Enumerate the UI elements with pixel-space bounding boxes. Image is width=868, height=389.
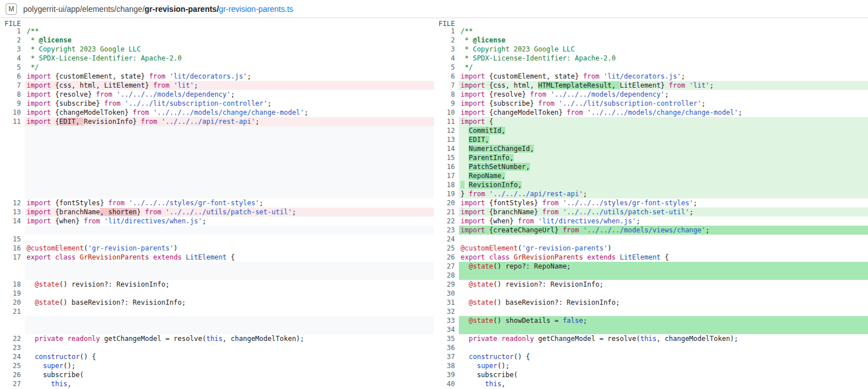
diff-row: 1930 — [0, 289, 868, 298]
line-number-right[interactable]: 30 — [434, 289, 459, 298]
line-number-right[interactable]: 17 — [434, 171, 459, 180]
line-number-right[interactable]: 40 — [434, 379, 459, 388]
line-number-left[interactable]: 17 — [0, 253, 25, 262]
line-number-left[interactable]: 13 — [0, 208, 25, 217]
diff-row: 18 RevisionInfo, — [0, 180, 868, 189]
line-number-right[interactable]: 38 — [434, 361, 459, 370]
line-number-right[interactable]: 4 — [434, 54, 459, 63]
line-number-right[interactable]: 6 — [434, 72, 459, 81]
line-number-right[interactable]: 27 — [434, 262, 459, 271]
line-number-left[interactable]: 15 — [0, 235, 25, 244]
line-number-right[interactable]: 15 — [434, 153, 459, 162]
code-token: GrRevisionParents — [514, 253, 583, 261]
line-number-left[interactable]: 1 — [0, 27, 25, 36]
diff-side-left: 5 */ — [0, 63, 434, 72]
line-number-left[interactable]: 20 — [0, 298, 25, 307]
line-number-left — [0, 271, 25, 280]
line-number-right[interactable]: 26 — [434, 253, 459, 262]
code-line-left: import {css, html, LitElement} from 'lit… — [25, 81, 434, 90]
line-number-left[interactable]: 3 — [0, 45, 25, 54]
line-number-left[interactable]: 12 — [0, 198, 25, 208]
code-token: LitElement} — [620, 81, 669, 89]
line-number-right[interactable]: 29 — [434, 280, 459, 289]
line-number-right[interactable]: 35 — [434, 334, 459, 343]
code-token: class — [55, 253, 76, 261]
line-number-right[interactable]: 25 — [434, 244, 459, 253]
diff-side-right: 27 @state() repo?: RepoName; — [434, 262, 868, 271]
line-number-right[interactable]: 13 — [434, 135, 459, 144]
line-number-left[interactable]: 14 — [0, 217, 25, 226]
line-number-right[interactable]: 28 — [434, 271, 459, 280]
line-number-left[interactable]: 7 — [0, 81, 25, 90]
line-number-right[interactable]: 34 — [434, 325, 459, 334]
line-number-left[interactable]: 10 — [0, 108, 25, 117]
line-number-right[interactable]: 36 — [434, 343, 459, 352]
line-number-right[interactable]: 1 — [434, 27, 459, 36]
code-line-left: import {when} from 'lit/directives/when.… — [25, 217, 434, 226]
diff-side-right: 15 ParentInfo, — [434, 153, 868, 162]
line-number-right[interactable]: 7 — [434, 81, 459, 90]
line-number-right[interactable]: 9 — [434, 99, 459, 108]
code-token: class — [489, 253, 510, 261]
diff-row: 22 private readonly getChangeModel = res… — [0, 334, 868, 343]
line-number-right[interactable]: 3 — [434, 45, 459, 54]
code-line-right: } from '../../../api/rest-api'; — [459, 189, 868, 198]
line-number-right[interactable]: 37 — [434, 352, 459, 361]
code-token — [579, 226, 583, 234]
diff-side-right: 33 @state() showDetails = false; — [434, 316, 868, 325]
line-number-right[interactable]: 24 — [434, 235, 459, 244]
line-number-left[interactable]: 16 — [0, 244, 25, 253]
diff-row: 3 * Copyright 2023 Google LLC3 * Copyrig… — [0, 45, 868, 54]
line-number-left[interactable]: 24 — [0, 352, 25, 361]
line-number-left[interactable]: 2 — [0, 36, 25, 45]
line-number-left[interactable]: 21 — [0, 307, 25, 316]
line-number-left[interactable]: 22 — [0, 334, 25, 343]
line-number-right[interactable]: 21 — [434, 208, 459, 217]
line-number-left[interactable]: 26 — [0, 370, 25, 379]
line-number-right[interactable]: 22 — [434, 217, 459, 226]
line-number-left[interactable]: 23 — [0, 343, 25, 352]
code-token: from — [542, 199, 559, 207]
line-number-left[interactable]: 4 — [0, 54, 25, 63]
line-number-left[interactable]: 19 — [0, 289, 25, 298]
line-number-left[interactable]: 18 — [0, 280, 25, 289]
code-token: @customElement — [27, 244, 84, 252]
code-token: readonly — [67, 335, 100, 343]
file-path-filename[interactable]: gr-revision-parents.ts — [219, 5, 293, 14]
line-number-right[interactable]: 12 — [434, 126, 459, 135]
line-number-right[interactable]: 18 — [434, 180, 459, 189]
line-number-right[interactable]: 10 — [434, 108, 459, 117]
line-number-left[interactable]: 27 — [0, 379, 25, 388]
line-number-right[interactable]: 19 — [434, 189, 459, 198]
line-number-right[interactable]: 31 — [434, 298, 459, 307]
code-token — [461, 280, 468, 288]
code-token: LitElement — [186, 253, 227, 261]
line-number-right[interactable]: 5 — [434, 63, 459, 72]
line-number-right[interactable]: 2 — [434, 36, 459, 45]
line-number-right[interactable]: 14 — [434, 144, 459, 153]
line-number-left[interactable]: 25 — [0, 361, 25, 370]
code-line-left: import {changeModelToken} from '../../..… — [25, 108, 434, 117]
line-number-right[interactable]: 16 — [434, 162, 459, 171]
line-number-left[interactable]: 8 — [0, 90, 25, 99]
line-number-left[interactable]: 5 — [0, 63, 25, 72]
line-number-right[interactable]: 23 — [434, 226, 459, 235]
code-token: {changeModelToken} — [485, 109, 567, 116]
code-line-left: @state() revision?: RevisionInfo; — [25, 280, 434, 289]
line-number-left[interactable]: 6 — [0, 72, 25, 81]
code-line-right: */ — [459, 63, 868, 72]
diff-side-left — [0, 126, 434, 135]
line-number-left[interactable]: 11 — [0, 117, 25, 126]
line-number-right[interactable]: 32 — [434, 307, 459, 316]
line-number-right[interactable]: 8 — [434, 90, 459, 99]
line-number-right[interactable]: 39 — [434, 370, 459, 379]
code-token: import — [27, 199, 51, 207]
line-number-right[interactable]: 11 — [434, 117, 459, 126]
code-line-right: export class GrRevisionParents extends L… — [459, 253, 868, 262]
line-number-right[interactable]: 20 — [434, 198, 459, 208]
diff-side-right: 18 RevisionInfo, — [434, 180, 868, 189]
line-number-right[interactable]: 33 — [434, 316, 459, 325]
code-token — [461, 353, 468, 361]
line-number-left[interactable]: 9 — [0, 99, 25, 108]
code-token — [27, 280, 34, 288]
